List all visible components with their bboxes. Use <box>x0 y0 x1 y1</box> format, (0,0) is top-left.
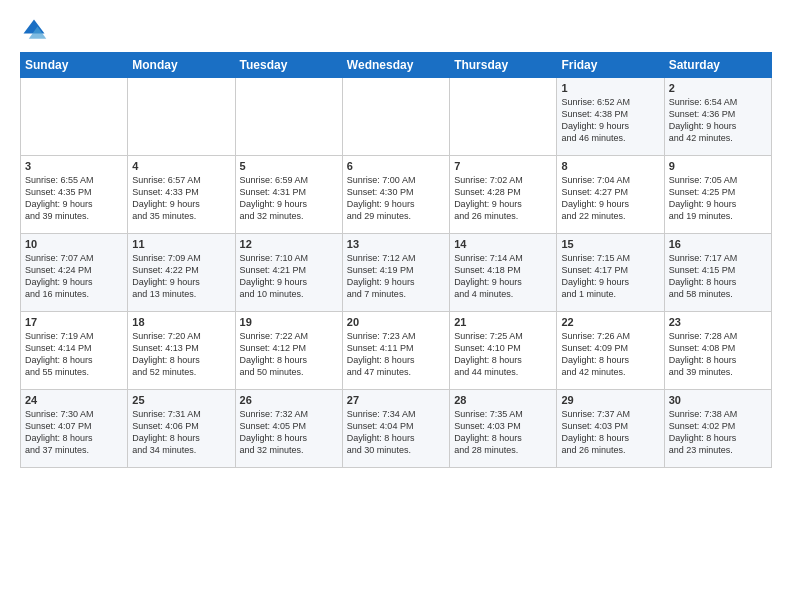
day-info-line: Daylight: 9 hours <box>347 198 445 210</box>
day-info-line: Sunrise: 6:54 AM <box>669 96 767 108</box>
day-info-line: Sunset: 4:03 PM <box>454 420 552 432</box>
day-info-line: and 46 minutes. <box>561 132 659 144</box>
day-info-line: Sunset: 4:31 PM <box>240 186 338 198</box>
day-info-line: Daylight: 9 hours <box>669 120 767 132</box>
day-info-line: Sunrise: 7:09 AM <box>132 252 230 264</box>
week-row-4: 17Sunrise: 7:19 AMSunset: 4:14 PMDayligh… <box>21 312 772 390</box>
calendar-cell: 27Sunrise: 7:34 AMSunset: 4:04 PMDayligh… <box>342 390 449 468</box>
day-info-line: Sunrise: 7:07 AM <box>25 252 123 264</box>
day-number: 27 <box>347 394 445 406</box>
day-number: 12 <box>240 238 338 250</box>
day-info-line: Daylight: 8 hours <box>347 432 445 444</box>
day-info-line: and 30 minutes. <box>347 444 445 456</box>
day-info-line: Daylight: 8 hours <box>240 432 338 444</box>
day-info-line: and 23 minutes. <box>669 444 767 456</box>
day-info-line: Sunset: 4:15 PM <box>669 264 767 276</box>
day-info-line: and 4 minutes. <box>454 288 552 300</box>
day-info-line: Sunset: 4:27 PM <box>561 186 659 198</box>
day-info-line: Sunrise: 7:23 AM <box>347 330 445 342</box>
day-info-line: Daylight: 8 hours <box>454 354 552 366</box>
calendar-cell: 19Sunrise: 7:22 AMSunset: 4:12 PMDayligh… <box>235 312 342 390</box>
day-info-line: Daylight: 9 hours <box>561 276 659 288</box>
calendar-cell: 30Sunrise: 7:38 AMSunset: 4:02 PMDayligh… <box>664 390 771 468</box>
day-info-line: Sunrise: 7:28 AM <box>669 330 767 342</box>
day-info-line: Daylight: 9 hours <box>25 198 123 210</box>
day-info-line: Sunrise: 7:17 AM <box>669 252 767 264</box>
calendar-cell: 13Sunrise: 7:12 AMSunset: 4:19 PMDayligh… <box>342 234 449 312</box>
weekday-header-row: SundayMondayTuesdayWednesdayThursdayFrid… <box>21 53 772 78</box>
day-info-line: Daylight: 8 hours <box>25 432 123 444</box>
day-info-line: Sunrise: 7:38 AM <box>669 408 767 420</box>
day-info-line: Sunrise: 7:19 AM <box>25 330 123 342</box>
day-info-line: Sunset: 4:33 PM <box>132 186 230 198</box>
day-info-line: Daylight: 9 hours <box>132 198 230 210</box>
weekday-header-sunday: Sunday <box>21 53 128 78</box>
calendar-cell <box>235 78 342 156</box>
day-number: 14 <box>454 238 552 250</box>
day-info-line: Sunset: 4:38 PM <box>561 108 659 120</box>
calendar-cell: 3Sunrise: 6:55 AMSunset: 4:35 PMDaylight… <box>21 156 128 234</box>
day-info-line: Daylight: 8 hours <box>240 354 338 366</box>
day-info-line: Sunset: 4:36 PM <box>669 108 767 120</box>
calendar-cell: 29Sunrise: 7:37 AMSunset: 4:03 PMDayligh… <box>557 390 664 468</box>
day-info-line: Daylight: 8 hours <box>454 432 552 444</box>
day-number: 19 <box>240 316 338 328</box>
weekday-header-friday: Friday <box>557 53 664 78</box>
calendar-cell: 8Sunrise: 7:04 AMSunset: 4:27 PMDaylight… <box>557 156 664 234</box>
day-number: 18 <box>132 316 230 328</box>
week-row-2: 3Sunrise: 6:55 AMSunset: 4:35 PMDaylight… <box>21 156 772 234</box>
day-info-line: Daylight: 8 hours <box>561 432 659 444</box>
day-info-line: Sunset: 4:35 PM <box>25 186 123 198</box>
day-info-line: Sunset: 4:06 PM <box>132 420 230 432</box>
day-info-line: and 26 minutes. <box>454 210 552 222</box>
day-info-line: Sunrise: 7:12 AM <box>347 252 445 264</box>
day-number: 8 <box>561 160 659 172</box>
day-info-line: Sunset: 4:24 PM <box>25 264 123 276</box>
day-info-line: Sunset: 4:25 PM <box>669 186 767 198</box>
day-info-line: and 42 minutes. <box>561 366 659 378</box>
day-info-line: Sunset: 4:03 PM <box>561 420 659 432</box>
calendar-cell: 16Sunrise: 7:17 AMSunset: 4:15 PMDayligh… <box>664 234 771 312</box>
day-info-line: and 50 minutes. <box>240 366 338 378</box>
calendar-cell: 11Sunrise: 7:09 AMSunset: 4:22 PMDayligh… <box>128 234 235 312</box>
weekday-header-monday: Monday <box>128 53 235 78</box>
calendar-cell: 4Sunrise: 6:57 AMSunset: 4:33 PMDaylight… <box>128 156 235 234</box>
day-info-line: and 39 minutes. <box>25 210 123 222</box>
calendar-cell: 24Sunrise: 7:30 AMSunset: 4:07 PMDayligh… <box>21 390 128 468</box>
calendar-cell: 1Sunrise: 6:52 AMSunset: 4:38 PMDaylight… <box>557 78 664 156</box>
day-info-line: Daylight: 9 hours <box>561 120 659 132</box>
day-info-line: Sunset: 4:11 PM <box>347 342 445 354</box>
day-info-line: Sunrise: 7:02 AM <box>454 174 552 186</box>
day-info-line: and 29 minutes. <box>347 210 445 222</box>
day-info-line: Sunrise: 7:35 AM <box>454 408 552 420</box>
calendar-cell: 23Sunrise: 7:28 AMSunset: 4:08 PMDayligh… <box>664 312 771 390</box>
day-number: 28 <box>454 394 552 406</box>
day-info-line: Sunset: 4:07 PM <box>25 420 123 432</box>
calendar-cell: 28Sunrise: 7:35 AMSunset: 4:03 PMDayligh… <box>450 390 557 468</box>
day-info-line: and 19 minutes. <box>669 210 767 222</box>
day-info-line: and 7 minutes. <box>347 288 445 300</box>
calendar-cell: 22Sunrise: 7:26 AMSunset: 4:09 PMDayligh… <box>557 312 664 390</box>
day-info-line: Daylight: 9 hours <box>240 276 338 288</box>
calendar-cell: 26Sunrise: 7:32 AMSunset: 4:05 PMDayligh… <box>235 390 342 468</box>
day-info-line: and 10 minutes. <box>240 288 338 300</box>
day-info-line: Sunrise: 6:57 AM <box>132 174 230 186</box>
day-info-line: Daylight: 8 hours <box>132 354 230 366</box>
calendar-cell: 9Sunrise: 7:05 AMSunset: 4:25 PMDaylight… <box>664 156 771 234</box>
day-info-line: Sunrise: 7:31 AM <box>132 408 230 420</box>
day-number: 25 <box>132 394 230 406</box>
day-number: 4 <box>132 160 230 172</box>
page: SundayMondayTuesdayWednesdayThursdayFrid… <box>0 0 792 478</box>
day-info-line: Sunset: 4:19 PM <box>347 264 445 276</box>
day-info-line: Sunset: 4:10 PM <box>454 342 552 354</box>
weekday-header-wednesday: Wednesday <box>342 53 449 78</box>
day-info-line: and 16 minutes. <box>25 288 123 300</box>
day-number: 13 <box>347 238 445 250</box>
logo-icon <box>20 16 48 44</box>
day-info-line: Daylight: 9 hours <box>669 198 767 210</box>
day-info-line: Sunset: 4:09 PM <box>561 342 659 354</box>
day-info-line: and 39 minutes. <box>669 366 767 378</box>
calendar-cell <box>21 78 128 156</box>
day-info-line: Sunset: 4:12 PM <box>240 342 338 354</box>
day-info-line: Sunset: 4:02 PM <box>669 420 767 432</box>
